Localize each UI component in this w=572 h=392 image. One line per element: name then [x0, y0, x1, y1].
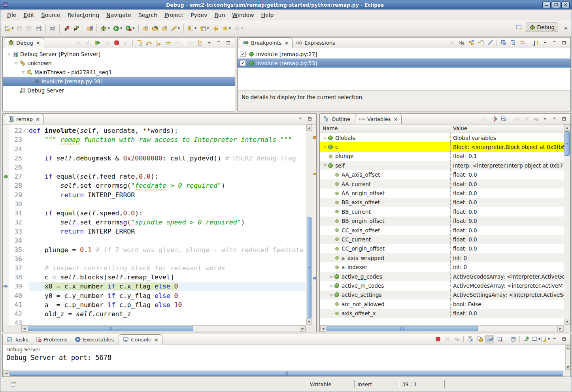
variable-row[interactable]: BB_axis_offsetfloat: 0.0: [320, 198, 564, 207]
debug-tree-item[interactable]: involute [remap.py:39]: [3, 77, 235, 86]
variable-name-cell[interactable]: ▷active_m_codes: [320, 281, 450, 290]
forward-button[interactable]: ▼: [232, 23, 245, 34]
annotation-gutter[interactable]: [3, 309, 9, 318]
code-text[interactable]: if self.debugmask & 0x20000000: call_pyd…: [29, 154, 306, 163]
new-wizard-button[interactable]: ▼: [3, 23, 15, 34]
next-annotation-button[interactable]: ▼: [186, 23, 198, 34]
open-plugin-artifact-button[interactable]: [150, 23, 160, 34]
console-horizontal-scrollbar[interactable]: ◀ |||: [3, 370, 565, 377]
watch-expression-button[interactable]: [513, 115, 521, 123]
menu-edit[interactable]: Edit: [20, 11, 38, 19]
annotation-gutter[interactable]: [3, 126, 9, 135]
previous-annotation-button[interactable]: ▼: [198, 23, 210, 34]
variable-name-cell[interactable]: plunge: [320, 152, 450, 161]
connect-button[interactable]: [84, 39, 92, 47]
tab-breakpoints[interactable]: Breakpoints ×: [239, 38, 293, 48]
step-return-button[interactable]: [154, 39, 162, 47]
menu-navigate[interactable]: Navigate: [103, 11, 135, 19]
print-button[interactable]: [34, 23, 43, 34]
code-text[interactable]: [29, 318, 306, 325]
variable-row[interactable]: CC_axis_offsetfloat: 0.0: [320, 226, 564, 235]
code-line[interactable]: 32 self.set_errormsg("spindle speed > 0 …: [3, 218, 306, 227]
variable-name-cell[interactable]: ▷active_g_codes: [320, 272, 450, 281]
variable-value-cell[interactable]: float: 0.0: [450, 179, 564, 188]
variable-name-cell[interactable]: a_indexer: [320, 262, 450, 271]
remove-all-button[interactable]: [453, 335, 461, 343]
show-supported-breakpoints-button[interactable]: [467, 39, 475, 47]
code-line[interactable]: 31 if equal(self.speed,0.0):: [3, 209, 306, 218]
variables-horizontal-scrollbar[interactable]: ◀ ||| ▶: [320, 325, 564, 332]
breakpoint-item[interactable]: ✔involute [remap.py:53]: [238, 58, 570, 68]
menu-run[interactable]: Run: [211, 11, 228, 19]
code-line[interactable]: 39 x0 = c.x_number if c.x_flag else 0: [3, 282, 306, 291]
variable-name-cell[interactable]: CC_current: [320, 235, 450, 244]
minimize-window-button[interactable]: [542, 1, 551, 8]
variable-row[interactable]: ▷active_g_codesActiveGcodesArray: <inter…: [320, 272, 564, 281]
code-line[interactable]: 40 y0 = c.y_number if c.y_flag else 0: [3, 291, 306, 300]
save-button[interactable]: [15, 23, 25, 34]
code-line[interactable]: 36: [3, 254, 306, 264]
close-icon[interactable]: ×: [36, 40, 40, 46]
variable-row[interactable]: CC_currentfloat: 0.0: [320, 235, 564, 244]
code-line[interactable]: 29 return INTERP_ERROR: [3, 190, 306, 200]
menu-source[interactable]: Source: [38, 11, 64, 19]
variable-value-cell[interactable]: float: 0.0: [450, 235, 564, 244]
menu-project[interactable]: Project: [161, 11, 187, 19]
code-text[interactable]: plunge = 0.1 # if Z word was given, plun…: [29, 245, 306, 254]
open-perspective-button[interactable]: [515, 23, 523, 31]
debug-tree-item[interactable]: ▽unknown: [3, 58, 235, 68]
code-line[interactable]: 25 if self.debugmask & 0x20000000: call_…: [3, 154, 306, 163]
annotation-gutter[interactable]: [3, 273, 9, 282]
tree-expander-icon[interactable]: ▽: [13, 61, 19, 65]
variable-name-cell[interactable]: ▷active_settings: [320, 290, 450, 300]
remove-button[interactable]: [443, 335, 451, 343]
code-text[interactable]: return INTERP_ERROR: [29, 190, 306, 200]
annotation-gutter[interactable]: [3, 264, 9, 273]
variable-value-cell[interactable]: bool: False: [450, 300, 564, 309]
variable-row[interactable]: axis_offset_xfloat: 0.0: [320, 309, 564, 318]
annotation-gutter[interactable]: [3, 291, 9, 300]
expand-all-button[interactable]: [499, 39, 508, 47]
fast-view-button[interactable]: [9, 380, 17, 388]
code-text[interactable]: a = c.p_number if c.p_flag else 10: [29, 300, 306, 309]
show-type-names-button[interactable]: [480, 115, 489, 123]
variable-row[interactable]: ▷active_settingsActiveSettingsArray: <in…: [320, 290, 564, 300]
debug-tree-item[interactable]: ▽MainThread - pid27841_seq1: [3, 68, 235, 77]
annotation-gutter[interactable]: [3, 318, 9, 325]
variable-value-cell[interactable]: Block: <interpreter.Block object at 0x9f…: [450, 142, 564, 151]
pydev-breakpoint-button[interactable]: P: [62, 23, 71, 34]
variable-name-cell[interactable]: BB_current: [320, 207, 450, 216]
variable-value-cell[interactable]: float: 0.0: [450, 207, 564, 216]
variable-name-cell[interactable]: a_axis_wrapped: [320, 253, 450, 262]
annotation-gutter[interactable]: [3, 209, 9, 218]
code-line[interactable]: 41 a = c.p_number if c.p_flag else 10: [3, 300, 306, 309]
variable-row[interactable]: ▽selfInterp: <interpreter.Interp object …: [320, 161, 564, 170]
minimize-view-button[interactable]: [551, 115, 559, 123]
variable-name-cell[interactable]: CC_axis_offset: [320, 226, 450, 235]
drop-to-frame-button[interactable]: [196, 39, 204, 47]
code-line[interactable]: 28 self.set_errormsg("feedrate > 0 requi…: [3, 181, 306, 190]
view-menu-button[interactable]: [206, 39, 214, 47]
code-text[interactable]: self.set_errormsg("spindle speed > 0 req…: [29, 218, 306, 227]
annotation-gutter[interactable]: [3, 135, 9, 144]
variable-value-cell[interactable]: float: 0.0: [450, 170, 564, 179]
variable-value-cell[interactable]: float: 0.0: [450, 217, 564, 226]
close-icon[interactable]: ×: [284, 40, 289, 46]
annotation-gutter[interactable]: [3, 200, 9, 209]
code-text[interactable]: [29, 254, 306, 264]
debug-perspective-button[interactable]: Debug: [526, 23, 558, 32]
code-editor[interactable]: 2122−def involute(self, userdata, **word…: [3, 124, 306, 325]
collapse-all-button[interactable]: [499, 115, 508, 123]
code-line[interactable]: 30: [3, 200, 306, 209]
minimize-view-button[interactable]: [551, 335, 559, 343]
code-text[interactable]: """ remap function with raw access to In…: [29, 135, 306, 144]
maximize-window-button[interactable]: [552, 1, 560, 8]
tab-outline[interactable]: Outline: [320, 114, 354, 124]
variable-row[interactable]: plungefloat: 0.1: [320, 152, 564, 161]
annotation-gutter[interactable]: [3, 190, 9, 200]
menu-refactoring[interactable]: Refactoring: [64, 11, 103, 19]
variable-name-cell[interactable]: axis_offset_x: [320, 309, 450, 318]
code-text[interactable]: [29, 200, 306, 209]
variable-value-cell[interactable]: float: 0.0: [450, 309, 564, 318]
variable-value-cell[interactable]: int: 0: [450, 253, 564, 262]
